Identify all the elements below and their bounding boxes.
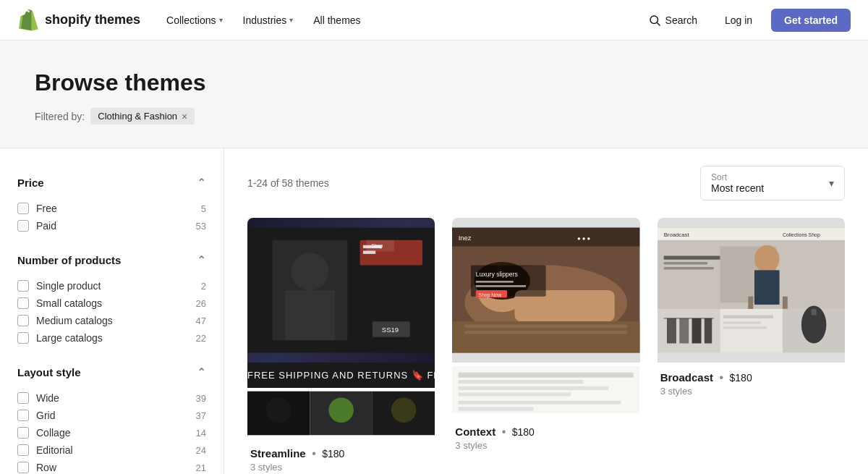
sort-label: Sort (711, 172, 823, 182)
filter-label-row: Row (36, 462, 56, 473)
filter-label-single: Single product (36, 280, 101, 292)
checkbox-paid[interactable] (17, 220, 29, 232)
nav-industries[interactable]: Industries ▾ (234, 9, 302, 32)
filter-option-wide: Wide 39 (17, 389, 206, 407)
remove-filter-button[interactable]: × (182, 111, 187, 122)
svg-text:Shop: Shop (371, 243, 383, 249)
nav-all-themes[interactable]: All themes (305, 9, 369, 32)
theme-styles-context: 3 styles (455, 440, 637, 451)
nav-industries-label: Industries (243, 14, 287, 26)
filter-section-price-header[interactable]: Price ⌃ (17, 166, 206, 200)
theme-name-broadcast[interactable]: Broadcast (660, 371, 713, 384)
svg-point-19 (391, 397, 417, 423)
checkbox-free[interactable] (17, 203, 29, 214)
theme-price-broadcast: $180 (730, 372, 752, 384)
checkbox-editorial[interactable] (17, 444, 29, 456)
content-area: 1-24 of 58 themes Sort Most recent ▾ (224, 148, 868, 474)
svg-rect-59 (692, 318, 701, 344)
active-filter-tag[interactable]: Clothing & Fashion × (90, 108, 195, 124)
checkbox-row[interactable] (17, 462, 29, 473)
filter-count-paid: 53 (196, 221, 206, 232)
checkbox-large[interactable] (17, 332, 29, 344)
theme-card-bottom-strip (247, 388, 435, 439)
filter-section-layout-header[interactable]: Layout style ⌃ (17, 355, 206, 389)
chevron-up-icon: ⌃ (197, 365, 206, 379)
filter-option-medium: Medium catalogs 47 (17, 312, 206, 329)
nav-collections[interactable]: Collections ▾ (158, 9, 231, 32)
theme-card-info-broadcast: Broadcast • $180 3 styles (658, 363, 845, 399)
filter-count-large: 22 (196, 333, 206, 344)
checkbox-medium[interactable] (17, 315, 29, 326)
checkbox-collage[interactable] (17, 427, 29, 439)
filter-price-options: Free 5 Paid 53 (17, 200, 206, 243)
filter-count-editorial: 24 (196, 445, 206, 456)
filter-section-products: Number of products ⌃ Single product 2 Sm… (17, 243, 206, 355)
svg-rect-50 (783, 297, 788, 309)
theme-card-context[interactable]: Inez ● ● ● Luxury slippers Shop Now (452, 218, 639, 474)
chevron-down-icon: ▾ (289, 16, 293, 24)
ticker-band: FREE SHIPPING AND RETURNS 🔖 FREE SHIPPIN… (247, 363, 435, 388)
logo-text: shopify themes (45, 12, 140, 27)
shopify-logo-icon (17, 9, 41, 32)
filter-count-wide: 39 (196, 393, 206, 404)
svg-rect-33 (476, 281, 514, 283)
svg-text:Luxury slippers: Luxury slippers (476, 271, 518, 278)
search-button[interactable]: Search (639, 9, 706, 31)
svg-rect-52 (663, 262, 707, 264)
theme-name-streamline[interactable]: Streamline (250, 447, 306, 460)
nav-links: Collections ▾ Industries ▾ All themes (158, 9, 634, 32)
checkbox-wide[interactable] (17, 392, 29, 404)
filter-section-products-header[interactable]: Number of products ⌃ (17, 243, 206, 277)
svg-rect-42 (459, 401, 621, 405)
chevron-down-icon: ▾ (219, 16, 223, 24)
login-button[interactable]: Log in (715, 10, 762, 30)
logo[interactable]: shopify themes (17, 9, 140, 32)
search-icon (648, 14, 661, 27)
svg-rect-53 (663, 267, 713, 269)
sort-value: Most recent (711, 182, 823, 194)
nav-actions: Search Log in Get started (639, 9, 851, 32)
filter-count-medium: 47 (196, 316, 206, 326)
filter-option-small: Small catalogs 26 (17, 295, 206, 312)
broadcast-preview: Broadcast Collections Shop (658, 218, 845, 363)
filter-label-paid: Paid (36, 220, 56, 232)
checkbox-grid[interactable] (17, 410, 29, 421)
svg-rect-5 (285, 290, 335, 340)
sidebar: Price ⌃ Free 5 Paid 53 (0, 148, 224, 474)
active-filter-text: Clothing & Fashion (98, 111, 177, 122)
svg-rect-61 (723, 316, 773, 318)
filter-count-row: 21 (196, 462, 206, 473)
filter-option-editorial: Editorial 24 (17, 441, 206, 459)
main-layout: Price ⌃ Free 5 Paid 53 (0, 148, 868, 474)
checkbox-single[interactable] (17, 280, 29, 292)
filter-section-price-title: Price (17, 177, 44, 189)
theme-card-broadcast[interactable]: Broadcast Collections Shop Broadcast • $… (658, 218, 845, 474)
ticker-text: FREE SHIPPING AND RETURNS 🔖 FREE SHIPPIN… (247, 370, 435, 381)
theme-name-context[interactable]: Context (455, 426, 495, 438)
theme-styles-broadcast: 3 styles (660, 386, 842, 397)
results-summary: 1-24 of 58 themes (247, 177, 329, 189)
filter-label-collage: Collage (36, 427, 70, 439)
svg-rect-38 (459, 373, 634, 378)
checkbox-small[interactable] (17, 297, 29, 309)
theme-card-info-streamline: Streamline • $180 3 styles (247, 439, 435, 474)
filter-label-medium: Medium catalogs (36, 315, 113, 326)
streamline-preview: SS19 Shop (247, 218, 435, 363)
svg-text:Broadcast: Broadcast (663, 232, 689, 238)
filter-option-single: Single product 2 (17, 277, 206, 295)
theme-card-streamline[interactable]: SS19 Shop FREE SHIPPING AND RETURNS 🔖 FR… (247, 218, 435, 474)
theme-card-info-context: Context • $180 3 styles (452, 417, 639, 454)
search-label: Search (665, 14, 697, 26)
svg-line-1 (657, 22, 660, 25)
filter-count-free: 5 (201, 203, 206, 214)
filter-section-products-title: Number of products (17, 254, 121, 266)
filter-count-small: 26 (196, 298, 206, 309)
svg-rect-60 (704, 318, 711, 344)
chevron-down-icon: ▾ (829, 177, 834, 189)
sort-dropdown[interactable]: Sort Most recent ▾ (700, 166, 845, 200)
svg-point-47 (754, 245, 780, 273)
svg-rect-41 (459, 392, 571, 396)
get-started-button[interactable]: Get started (771, 9, 851, 32)
theme-price-streamline: $180 (322, 448, 344, 460)
svg-rect-49 (748, 297, 753, 309)
